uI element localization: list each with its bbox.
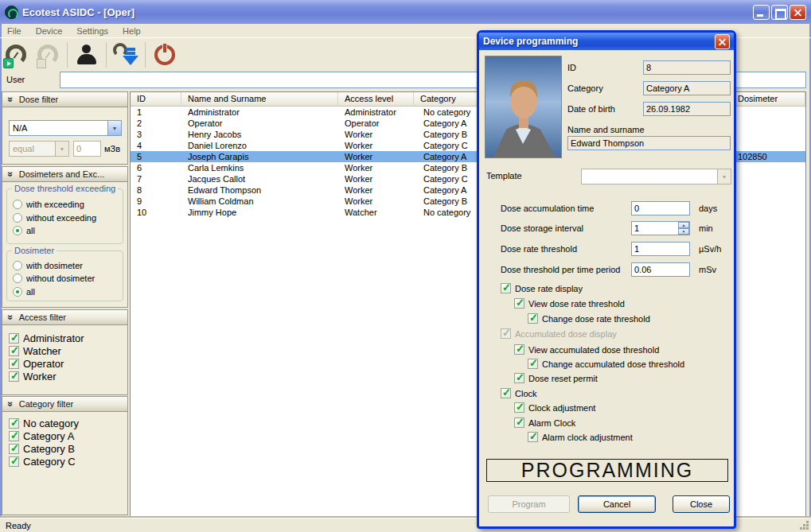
radio-icon xyxy=(13,261,22,270)
param-label: Dose storage interval xyxy=(501,223,583,233)
dose-filter-type-combo[interactable]: N/A xyxy=(9,120,122,136)
toolbar-separator xyxy=(145,42,146,68)
programming-banner: PROGRAMMING xyxy=(486,459,728,482)
dosimeter-offline-icon xyxy=(32,40,64,70)
checkbox-change-dose-rate-threshold[interactable]: Change dose rate threshold xyxy=(528,313,650,324)
chevron-down-icon xyxy=(6,97,14,103)
checkbox-watcher[interactable]: Watcher xyxy=(9,345,61,357)
power-icon[interactable] xyxy=(149,40,181,70)
chevron-down-icon xyxy=(6,402,14,407)
name-field xyxy=(567,136,731,150)
checkbox-change-accumulated-dose-threshold[interactable]: Change accumulated dose threshold xyxy=(528,359,684,369)
chevron-down-icon xyxy=(6,172,14,177)
dose-filter-panel: N/A equal мЗв xyxy=(2,107,128,165)
checkbox-icon xyxy=(9,431,19,441)
radio-selected-icon xyxy=(13,226,22,235)
titlebar: Ecotest ASIDC - [Oper] xyxy=(0,0,811,24)
checkbox-category-a[interactable]: Category A xyxy=(9,430,74,442)
checkbox-icon xyxy=(514,373,524,383)
checkbox-administrator[interactable]: Administrator xyxy=(9,332,84,344)
template-combo[interactable] xyxy=(581,169,731,184)
checkbox-operator[interactable]: Operator xyxy=(9,358,64,370)
dialog-titlebar: Device programming xyxy=(479,33,734,50)
device-programming-dialog: Device programming xyxy=(477,30,736,529)
checkbox-dose-reset-permit[interactable]: Dose reset permit xyxy=(514,373,598,383)
dose-threshold-period-input[interactable] xyxy=(631,262,690,277)
param-label: Dose rate threshold xyxy=(501,244,577,254)
checkbox-worker[interactable]: Worker xyxy=(9,371,57,382)
toolbar-separator xyxy=(106,42,107,68)
checkbox-clock-adjustment[interactable]: Clock adjustment xyxy=(514,402,595,413)
category-field xyxy=(643,81,731,95)
checkbox-category-b[interactable]: Category B xyxy=(9,443,75,455)
col-access[interactable]: Access level xyxy=(338,92,414,107)
menu-device[interactable]: Device xyxy=(29,26,70,36)
checkbox-view-dose-rate-threshold[interactable]: View dose rate threshold xyxy=(514,298,625,309)
dosimeters-panel: Dose threshold exceeding with exceeding … xyxy=(2,182,128,308)
status-text: Ready xyxy=(6,521,31,530)
dose-accumulation-time-input[interactable] xyxy=(631,201,690,216)
program-button: Program xyxy=(488,495,570,513)
close-window-button[interactable] xyxy=(790,5,806,20)
access-filter-header[interactable]: Access filter xyxy=(2,309,128,325)
checkbox-icon xyxy=(514,402,524,413)
dialog-close-icon[interactable] xyxy=(715,34,730,49)
spinner-control[interactable]: ▲▼ xyxy=(678,222,689,235)
menu-file[interactable]: File xyxy=(0,26,29,36)
radio-without-dosimeter[interactable]: without dosimeter xyxy=(13,274,95,283)
resize-grip-icon[interactable] xyxy=(799,520,809,530)
category-filter-header[interactable]: Category filter xyxy=(2,396,128,412)
maximize-button[interactable] xyxy=(771,5,788,20)
checkbox-icon xyxy=(514,298,524,309)
menu-settings[interactable]: Settings xyxy=(69,26,115,36)
radio-without-exceeding[interactable]: without exceeding xyxy=(13,213,96,223)
checkbox-icon xyxy=(528,432,538,442)
radio-with-exceeding[interactable]: with exceeding xyxy=(13,200,84,209)
access-filter-panel: Administrator Watcher Operator Worker xyxy=(2,325,128,395)
checkbox-category-c[interactable]: Category C xyxy=(9,456,76,468)
col-name[interactable]: Name and Surname xyxy=(181,92,338,107)
radio-exceeding-all[interactable]: all xyxy=(13,226,35,235)
radio-with-dosimeter[interactable]: with dosimeter xyxy=(13,261,83,270)
menu-help[interactable]: Help xyxy=(115,26,148,36)
param-unit: min xyxy=(699,223,713,233)
toolbar-separator xyxy=(67,42,68,68)
cancel-button[interactable]: Cancel xyxy=(578,495,656,513)
dose-filter-unit: мЗв xyxy=(104,144,120,153)
param-unit: days xyxy=(699,204,717,213)
category-filter-panel: No category Category A Category B Catego… xyxy=(2,412,128,515)
checkbox-accumulated-dose-display: Accumulated dose display xyxy=(501,328,617,339)
checkbox-no-category[interactable]: No category xyxy=(9,417,79,429)
dosimeter-download-icon[interactable] xyxy=(110,40,142,70)
spinner-down-icon: ▼ xyxy=(678,228,689,235)
checkbox-view-accumulated-dose-threshold[interactable]: View accumulated dose threshold xyxy=(514,344,659,355)
radio-icon xyxy=(13,213,22,223)
dose-filter-header[interactable]: Dose filter xyxy=(2,91,128,107)
checkbox-icon xyxy=(9,371,19,382)
dose-rate-threshold-input[interactable] xyxy=(631,242,690,256)
checkbox-alarm-clock[interactable]: Alarm Clock xyxy=(514,417,575,428)
col-id[interactable]: ID xyxy=(131,92,181,107)
checkbox-icon xyxy=(9,346,19,356)
checkbox-alarm-clock-adjustment[interactable]: Alarm clock adjustment xyxy=(528,432,633,442)
checkbox-icon xyxy=(9,333,19,344)
checkbox-clock[interactable]: Clock xyxy=(501,388,537,398)
combo-arrow-icon xyxy=(55,142,68,156)
checkbox-icon xyxy=(9,444,19,454)
window-title: Ecotest ASIDC - [Oper] xyxy=(22,6,751,18)
radio-icon xyxy=(13,274,22,283)
user-label: User xyxy=(6,75,25,84)
dob-label: Date of birth xyxy=(567,104,615,114)
user-icon[interactable] xyxy=(71,40,103,70)
dosimeter-connect-icon[interactable] xyxy=(0,40,32,70)
col-dosimeter[interactable]: Dosimeter xyxy=(731,92,805,107)
dosimeters-panel-header[interactable]: Dosimeters and Exc... xyxy=(2,166,128,182)
person-photo xyxy=(485,56,562,158)
checkbox-dose-rate-display[interactable]: Dose rate display xyxy=(501,283,583,293)
close-button[interactable]: Close xyxy=(673,495,730,513)
param-unit: mSv xyxy=(699,265,716,274)
radio-dosimeter-all[interactable]: all xyxy=(13,287,35,297)
checkbox-icon xyxy=(528,359,538,369)
dob-field xyxy=(643,102,731,116)
minimize-button[interactable] xyxy=(753,5,770,20)
